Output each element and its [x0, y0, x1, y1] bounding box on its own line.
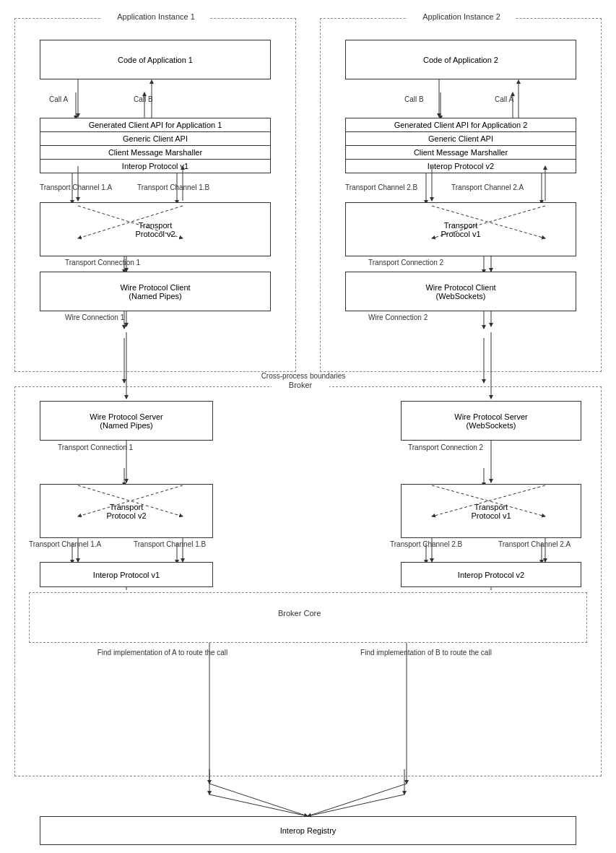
- broker-interop-v1-box: Interop Protocol v1: [40, 562, 213, 587]
- broker-channel-2a-label: Transport Channel 2.A: [498, 540, 571, 548]
- app-instance-2-label: Application Instance 2: [407, 12, 516, 21]
- transport-channel-1a-label: Transport Channel 1.A: [40, 183, 112, 191]
- transport-protocol-1-box: Transport Protocol v2: [40, 202, 271, 256]
- wire-connection-2-label: Wire Connection 2: [368, 313, 428, 321]
- svg-line-33: [308, 794, 404, 816]
- broker-transport-protocol-2-box: Transport Protocol v1: [401, 484, 581, 538]
- wire-protocol-client-1-box: Wire Protocol Client (Named Pipes): [40, 272, 271, 311]
- code-app2-box: Code of Application 2: [345, 40, 576, 79]
- wire-connection-1-label: Wire Connection 1: [65, 313, 124, 321]
- call-a-label-1: Call A: [49, 95, 68, 103]
- gen-api-stack-2: Generated Client API for Application 2 G…: [345, 118, 576, 173]
- broker-channel-1b-label: Transport Channel 1.B: [134, 540, 206, 548]
- svg-line-31: [209, 794, 308, 816]
- broker-channel-1a-label: Transport Channel 1.A: [29, 540, 101, 548]
- broker-core-box: Broker Core: [29, 592, 587, 643]
- interop-registry-box: Interop Registry: [40, 816, 576, 845]
- wire-protocol-client-2-box: Wire Protocol Client (WebSockets): [345, 272, 576, 311]
- broker-transport-conn-1-label: Transport Connection 1: [58, 443, 133, 451]
- find-impl-a-label: Find implementation of A to route the ca…: [65, 649, 260, 657]
- transport-channel-2a-label: Transport Channel 2.A: [451, 183, 524, 191]
- broker-transport-conn-2-label: Transport Connection 2: [408, 443, 483, 451]
- transport-channel-2b-label: Transport Channel 2.B: [345, 183, 417, 191]
- gen-api-stack-1: Generated Client API for Application 1 G…: [40, 118, 271, 173]
- transport-connection-1-label: Transport Connection 1: [65, 259, 140, 267]
- wire-server-2-box: Wire Protocol Server (WebSockets): [401, 401, 581, 441]
- broker-core-label: Broker Core: [275, 609, 324, 618]
- transport-protocol-2-box: Transport Protocol v1: [345, 202, 576, 256]
- find-impl-b-label: Find implementation of B to route the ca…: [325, 649, 527, 657]
- cross-process-label: Cross-process boundaries: [224, 372, 383, 380]
- call-b-label-2: Call B: [404, 95, 424, 103]
- call-a-label-2: Call A: [495, 95, 513, 103]
- code-app1-box: Code of Application 1: [40, 40, 271, 79]
- transport-connection-2-label: Transport Connection 2: [368, 259, 443, 267]
- broker-channel-2b-label: Transport Channel 2.B: [390, 540, 462, 548]
- broker-interop-v2-box: Interop Protocol v2: [401, 562, 581, 587]
- broker-transport-protocol-1-box: Transport Protocol v2: [40, 484, 213, 538]
- call-b-label-1: Call B: [134, 95, 153, 103]
- app-instance-1-label: Application Instance 1: [102, 12, 210, 21]
- wire-server-1-box: Wire Protocol Server (Named Pipes): [40, 401, 213, 441]
- broker-label: Broker: [272, 381, 329, 389]
- transport-channel-1b-label: Transport Channel 1.B: [137, 183, 209, 191]
